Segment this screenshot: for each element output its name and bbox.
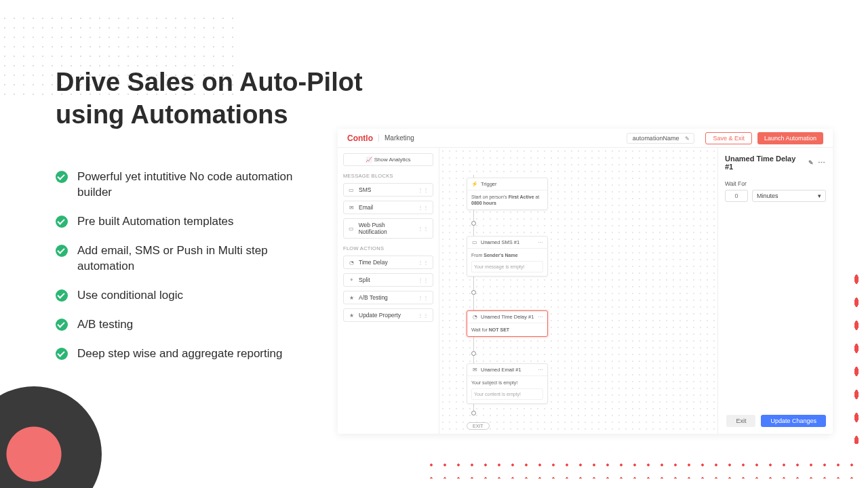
bullet-item: Deep step wise and aggregate reporting <box>56 346 307 362</box>
group-label-message-blocks: MESSAGE BLOCKS <box>343 173 433 179</box>
launch-automation-button[interactable]: Launch Automation <box>757 132 823 144</box>
headline-line-2: using Automations <box>56 99 363 131</box>
flow-node-dot <box>471 221 476 226</box>
chevron-down-icon: ▾ <box>818 192 821 199</box>
show-analytics-button[interactable]: 📈 Show Analytics <box>343 153 433 166</box>
grip-icon: ⋮⋮ <box>418 260 429 266</box>
grip-icon: ⋮⋮ <box>418 187 429 193</box>
bullet-item: Powerful yet intutitive No code automati… <box>56 169 307 201</box>
more-icon[interactable]: ⋯ <box>538 239 543 245</box>
app-window: Contlo Marketing automationName ✎ Save &… <box>338 129 833 434</box>
properties-panel: Unamed Time Delay #1 ✎ ⋯ Wait For Minute… <box>717 148 833 434</box>
email-icon: ✉ <box>348 205 355 211</box>
update-changes-button[interactable]: Update Changes <box>761 415 826 427</box>
star-icon: ★ <box>348 295 355 301</box>
edit-icon[interactable]: ✎ <box>808 159 814 166</box>
sms-card[interactable]: ▭Unamed SMS #1⋯ From Sender's NameYour m… <box>467 236 548 277</box>
feature-bullets: Powerful yet intutitive No code automati… <box>56 169 307 362</box>
check-icon <box>56 171 68 183</box>
check-icon <box>56 319 68 331</box>
exit-button[interactable]: Exit <box>726 415 755 427</box>
sms-icon: ▭ <box>471 239 478 245</box>
grip-icon: ⋮⋮ <box>418 277 429 283</box>
edit-icon[interactable]: ✎ <box>685 136 690 142</box>
sidebar: 📈 Show Analytics MESSAGE BLOCKS ▭SMS⋮⋮ ✉… <box>338 148 439 434</box>
check-icon <box>56 216 68 228</box>
block-split[interactable]: ⚬Split⋮⋮ <box>343 273 433 287</box>
bullet-item: Add email, SMS or Push in Multi step aut… <box>56 243 307 274</box>
decorative-circle <box>0 386 102 488</box>
exit-node[interactable]: EXIT <box>467 422 490 430</box>
grip-icon: ⋮⋮ <box>418 312 429 319</box>
block-ab-testing[interactable]: ★A/B Testing⋮⋮ <box>343 291 433 304</box>
sms-icon: ▭ <box>348 187 355 193</box>
page-title: Drive Sales on Auto-Pilot using Automati… <box>56 66 363 131</box>
block-web-push[interactable]: ▭Web Push Notification⋮⋮ <box>343 218 433 239</box>
push-icon: ▭ <box>348 226 355 232</box>
block-update-property[interactable]: ★Update Property⋮⋮ <box>343 308 433 322</box>
more-icon[interactable]: ⋯ <box>538 367 543 373</box>
automation-name-input[interactable]: automationName ✎ <box>627 133 695 144</box>
email-card[interactable]: ✉Unamed Email #1⋯ Your subject is empty!… <box>467 363 548 404</box>
flow-canvas[interactable]: ⚡Trigger Start on person's First Active … <box>439 148 717 434</box>
save-exit-button[interactable]: Save & Exit <box>705 132 752 144</box>
block-time-delay[interactable]: ◔Time Delay⋮⋮ <box>343 256 433 269</box>
grip-icon: ⋮⋮ <box>418 295 429 301</box>
split-icon: ⚬ <box>348 277 355 283</box>
more-icon[interactable]: ⋯ <box>538 314 543 320</box>
bullet-item: Use conditional logic <box>56 288 307 304</box>
flow-node-dot <box>471 290 476 295</box>
star-icon: ★ <box>348 312 355 319</box>
trigger-body: Start on person's First Active at 0800 h… <box>467 190 547 209</box>
clock-icon: ◔ <box>471 314 478 320</box>
trigger-card[interactable]: ⚡Trigger Start on person's First Active … <box>467 178 548 210</box>
brand-logo: Contlo <box>347 134 373 143</box>
headline-line-1: Drive Sales on Auto-Pilot <box>56 66 363 99</box>
clock-icon: ◔ <box>348 260 355 266</box>
bullet-item: A/B testing <box>56 317 307 333</box>
wait-duration-input[interactable] <box>725 190 748 202</box>
grip-icon: ⋮⋮ <box>418 205 429 211</box>
check-icon <box>56 348 68 360</box>
panel-title: Unamed Time Delay #1 <box>725 155 804 171</box>
time-delay-card[interactable]: ◔Unamed Time Delay #1⋯ Wait for NOT SET <box>467 310 548 337</box>
wait-for-label: Wait For <box>725 180 826 187</box>
grip-icon: ⋮⋮ <box>418 226 429 232</box>
wait-unit-select[interactable]: Minutes▾ <box>752 190 826 202</box>
block-email[interactable]: ✉Email⋮⋮ <box>343 201 433 214</box>
more-icon[interactable]: ⋯ <box>818 159 826 167</box>
app-header: Contlo Marketing automationName ✎ Save &… <box>338 129 833 148</box>
check-icon <box>56 289 68 302</box>
bullet-item: Pre built Automation templates <box>56 214 307 230</box>
flow-node-dot <box>471 351 476 356</box>
decorative-dot-column <box>852 268 861 444</box>
block-sms[interactable]: ▭SMS⋮⋮ <box>343 183 433 197</box>
group-label-flow-actions: FLOW ACTIONS <box>343 245 433 251</box>
brand-section: Marketing <box>378 134 414 142</box>
decorative-dot-row <box>425 458 859 479</box>
flow-node-dot <box>471 411 476 415</box>
check-icon <box>56 245 68 257</box>
email-icon: ✉ <box>471 367 478 373</box>
bolt-icon: ⚡ <box>471 181 478 187</box>
